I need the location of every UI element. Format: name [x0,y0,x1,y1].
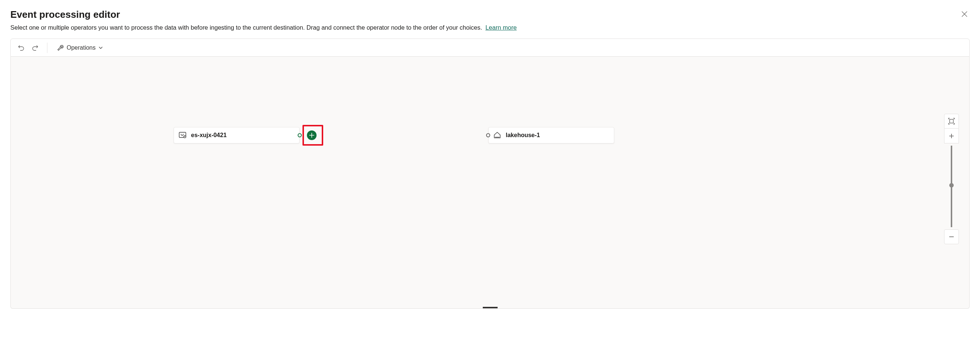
destination-input-port[interactable] [486,133,490,137]
canvas[interactable]: es-xujx-0421 lakehouse-1 [10,57,970,309]
page-title: Event processing editor [10,9,120,21]
subtitle-text: Select one or multiple operators you wan… [10,24,482,31]
minus-icon [948,234,955,240]
zoom-out-button[interactable] [944,229,959,244]
zoom-in-button[interactable] [944,129,959,144]
source-node[interactable]: es-xujx-0421 [173,127,299,144]
lakehouse-icon [493,131,501,139]
add-operator-button[interactable] [307,131,317,140]
chevron-down-icon [99,46,103,50]
undo-icon [18,45,24,51]
operations-dropdown[interactable]: Operations [54,43,106,53]
fit-screen-icon [948,117,955,125]
toolbar-divider [47,43,48,53]
close-button[interactable] [959,9,970,19]
svg-rect-2 [950,119,953,123]
destination-node-label: lakehouse-1 [506,132,540,139]
redo-icon [32,45,38,51]
learn-more-link[interactable]: Learn more [485,24,517,31]
zoom-slider-thumb[interactable] [949,183,954,187]
wrench-icon [57,45,64,51]
operations-label: Operations [67,45,95,51]
source-node-label: es-xujx-0421 [191,132,227,139]
zoom-slider[interactable] [951,145,952,227]
zoom-controls [944,114,959,244]
redo-button[interactable] [30,43,40,53]
resize-handle[interactable] [483,307,498,308]
plus-icon [948,133,955,139]
plus-icon [309,133,314,138]
destination-node[interactable]: lakehouse-1 [488,127,614,144]
toolbar: Operations [10,38,970,57]
undo-button[interactable] [16,43,26,53]
eventstream-icon [178,131,186,139]
close-icon [961,11,967,17]
page-subtitle: Select one or multiple operators you wan… [10,24,970,31]
source-output-port[interactable] [298,133,302,137]
zoom-fit-button[interactable] [944,114,959,129]
